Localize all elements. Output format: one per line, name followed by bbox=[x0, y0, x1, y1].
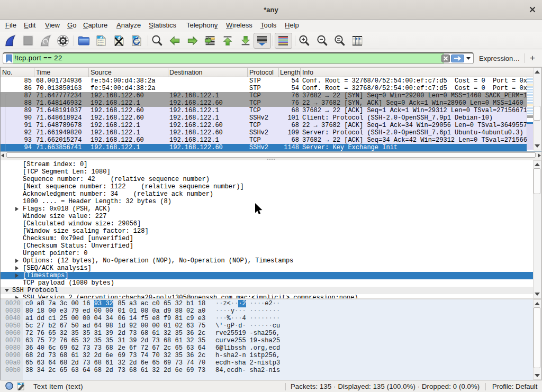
svg-text:0111: 0111 bbox=[98, 43, 104, 46]
